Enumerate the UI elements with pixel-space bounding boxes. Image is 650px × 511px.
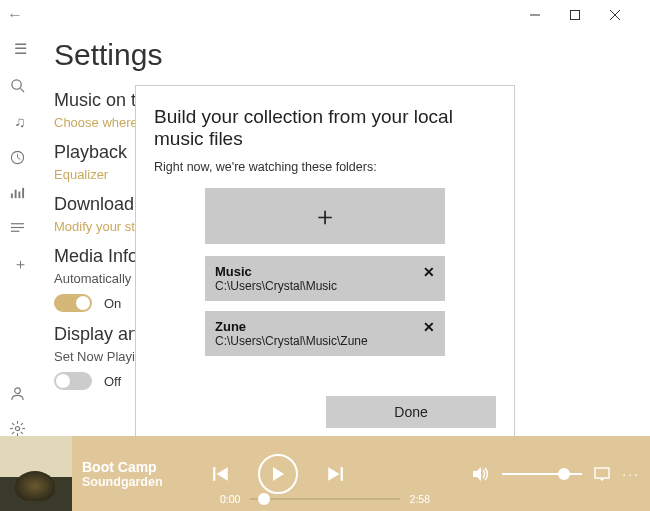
svg-marker-29 <box>328 467 339 481</box>
progress-bar-wrap: 0:00 2:58 <box>220 493 430 505</box>
progress-slider[interactable] <box>250 498 399 500</box>
volume-slider[interactable] <box>502 473 582 475</box>
playback-controls <box>212 454 344 494</box>
folder-item[interactable]: Zune C:\Users\Crystal\Music\Zune ✕ <box>205 311 445 356</box>
folder-name: Music <box>215 264 435 279</box>
dialog-title: Build your collection from your local mu… <box>154 106 496 150</box>
svg-rect-30 <box>341 467 343 481</box>
svg-marker-31 <box>473 467 481 481</box>
add-folder-button[interactable]: ＋ <box>205 188 445 244</box>
album-art[interactable] <box>0 436 72 511</box>
track-artist: Soundgarden <box>82 475 212 489</box>
folder-path: C:\Users\Crystal\Music <box>215 279 435 293</box>
next-button[interactable] <box>326 465 344 483</box>
track-title: Boot Camp <box>82 459 212 475</box>
modal-overlay: Build your collection from your local mu… <box>0 0 650 511</box>
more-icon[interactable]: ··· <box>622 466 640 482</box>
folder-path: C:\Users\Crystal\Music\Zune <box>215 334 435 348</box>
folder-name: Zune <box>215 319 435 334</box>
remove-folder-button[interactable]: ✕ <box>423 319 435 335</box>
remove-folder-button[interactable]: ✕ <box>423 264 435 280</box>
done-button[interactable]: Done <box>326 396 496 428</box>
folder-dialog: Build your collection from your local mu… <box>135 85 515 447</box>
svg-rect-32 <box>595 468 609 478</box>
previous-button[interactable] <box>212 465 230 483</box>
svg-marker-27 <box>217 467 228 481</box>
svg-rect-26 <box>213 467 215 481</box>
player-bar: Boot Camp Soundgarden 0:00 2:58 ··· <box>0 436 650 511</box>
elapsed-time: 0:00 <box>220 493 240 505</box>
dialog-subtitle: Right now, we're watching these folders: <box>154 160 496 174</box>
total-time: 2:58 <box>410 493 430 505</box>
volume-icon[interactable] <box>472 465 490 483</box>
cast-icon[interactable] <box>594 467 610 481</box>
svg-marker-28 <box>273 467 284 481</box>
track-info: Boot Camp Soundgarden <box>72 459 212 489</box>
play-button[interactable] <box>258 454 298 494</box>
folder-item[interactable]: Music C:\Users\Crystal\Music ✕ <box>205 256 445 301</box>
svg-marker-33 <box>600 479 604 481</box>
